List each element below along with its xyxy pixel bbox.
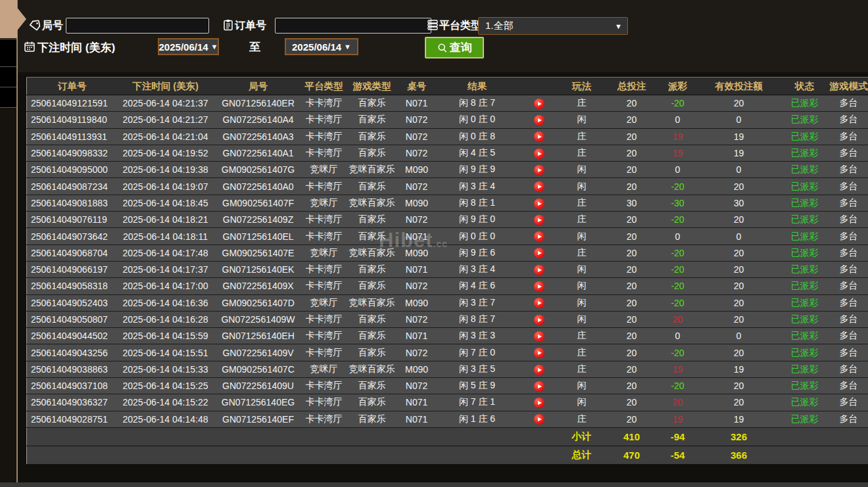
play-type: 庄 — [558, 95, 606, 112]
replay-button[interactable] — [534, 181, 544, 192]
play-type: 庄 — [558, 344, 606, 361]
status: 已派彩 — [781, 328, 829, 344]
play-icon — [538, 335, 542, 338]
summary-empty-cell — [520, 427, 558, 446]
replay-button[interactable] — [534, 265, 544, 275]
game-type: 百家乐 — [345, 128, 399, 145]
search-button[interactable]: 查询 — [425, 37, 484, 58]
replay-cell — [520, 112, 558, 128]
replay-button[interactable] — [534, 115, 544, 126]
summary-empty-cell — [345, 427, 399, 446]
replay-button[interactable] — [534, 231, 544, 242]
summary-valid-bet: 366 — [698, 446, 781, 464]
summary-empty-cell — [118, 446, 214, 464]
game-number: GN071256140ER — [214, 95, 303, 112]
table-row: 2506140490736422025-06-14 04:18:11GN0712… — [27, 228, 868, 244]
game-number: GN0722561409X — [214, 278, 303, 294]
payout: 0 — [658, 162, 698, 178]
summary-empty-cell — [781, 446, 829, 464]
replay-button[interactable] — [534, 198, 544, 209]
table-number: N072 — [399, 178, 435, 195]
game-type: 百家乐 — [345, 95, 399, 112]
payout: -20 — [658, 244, 698, 261]
date-from-picker[interactable]: 2025/06/14 ▼ — [158, 38, 219, 55]
game-type: 百家乐 — [345, 411, 399, 427]
summary-empty-cell — [829, 427, 868, 446]
total-bet: 20 — [606, 244, 658, 261]
replay-button[interactable] — [534, 365, 544, 375]
replay-button[interactable] — [534, 298, 544, 308]
play-type: 庄 — [558, 411, 606, 427]
play-icon — [538, 351, 542, 355]
payout: 19 — [658, 128, 698, 145]
platform-type: 竞咪厅 — [303, 294, 345, 311]
replay-button[interactable] — [534, 315, 544, 325]
play-type: 闲 — [558, 178, 606, 195]
play-type: 庄 — [558, 361, 606, 377]
status: 已派彩 — [781, 112, 829, 128]
replay-button[interactable] — [534, 414, 544, 425]
order-number: 250614049037108 — [27, 378, 118, 394]
game-type: 百家乐 — [345, 328, 399, 344]
game-no-input[interactable] — [66, 18, 209, 34]
payout: 0 — [658, 112, 698, 128]
order-no-label: 订单号 — [235, 19, 266, 33]
date-to-picker[interactable]: 2025/06/14 ▼ — [285, 38, 358, 55]
valid-bet: 19 — [698, 128, 781, 145]
replay-button[interactable] — [534, 165, 544, 175]
order-number: 250614049044502 — [27, 328, 118, 344]
payout: 19 — [658, 145, 698, 161]
summary-empty-cell — [781, 427, 829, 446]
table-row: 2506140491215912025-06-14 04:21:37GN0712… — [27, 95, 868, 112]
replay-button[interactable] — [534, 215, 544, 225]
play-type: 闲 — [558, 261, 606, 277]
replay-button[interactable] — [534, 398, 544, 408]
table-row: 2506140490388632025-06-14 04:15:33GM0902… — [27, 361, 868, 377]
result: 闲 7 庄 0 — [435, 344, 520, 361]
game-number: GN072256140A0 — [214, 178, 303, 195]
order-number: 250614049036327 — [27, 394, 118, 411]
payout: -20 — [658, 212, 698, 228]
column-header-replay — [520, 78, 558, 95]
result: 闲 8 庄 7 — [435, 95, 520, 112]
replay-button[interactable] — [534, 331, 544, 342]
clipboard-icon — [222, 19, 234, 31]
table-row: 2506140490445022025-06-14 04:15:59GN0712… — [27, 328, 868, 344]
order-number: 250614049073642 — [27, 228, 118, 244]
total-bet: 20 — [606, 112, 658, 128]
replay-button[interactable] — [534, 131, 544, 142]
play-icon — [538, 318, 542, 322]
summary-empty-cell — [27, 446, 118, 464]
column-header: 游戏模式 — [829, 78, 868, 95]
bet-time: 2025-06-14 04:15:59 — [118, 328, 214, 344]
column-header: 状态 — [781, 78, 829, 95]
table-row: 2506140490661972025-06-14 04:17:37GN0712… — [27, 261, 868, 277]
result: 闲 1 庄 6 — [435, 411, 520, 427]
game-type: 百家乐 — [345, 344, 399, 361]
replay-button[interactable] — [534, 281, 544, 292]
bet-time: 2025-06-14 04:15:33 — [118, 361, 214, 377]
game-number: GM0902561407C — [214, 361, 303, 377]
game-mode: 多台 — [829, 328, 868, 344]
valid-bet: 20 — [698, 378, 781, 394]
result: 闲 3 庄 5 — [435, 361, 520, 377]
search-button-label: 查询 — [450, 40, 472, 55]
total-bet: 20 — [606, 212, 658, 228]
bet-time: 2025-06-14 04:15:51 — [118, 344, 214, 361]
table-row: 2506140490950002025-06-14 04:19:38GM0902… — [27, 162, 868, 178]
total-bet: 20 — [606, 228, 658, 244]
replay-button[interactable] — [534, 99, 544, 109]
replay-button[interactable] — [534, 381, 544, 392]
order-no-input[interactable] — [275, 18, 431, 34]
bet-records-table: 订单号下注时间 (美东)局号平台类型游戏类型桌号结果玩法总投注派彩有效投注额状态… — [26, 77, 868, 465]
game-mode: 多台 — [829, 411, 868, 427]
replay-button[interactable] — [534, 348, 544, 358]
result: 闲 3 庄 4 — [435, 261, 520, 277]
replay-button[interactable] — [534, 248, 544, 258]
replay-button[interactable] — [534, 149, 544, 159]
table-number: M090 — [399, 361, 435, 377]
game-type: 百家乐 — [345, 212, 399, 228]
platform-type: 竞咪厅 — [303, 244, 345, 261]
platform-type-select[interactable]: 1.全部 ▼ — [478, 17, 628, 35]
summary-valid-bet: 326 — [698, 427, 781, 446]
